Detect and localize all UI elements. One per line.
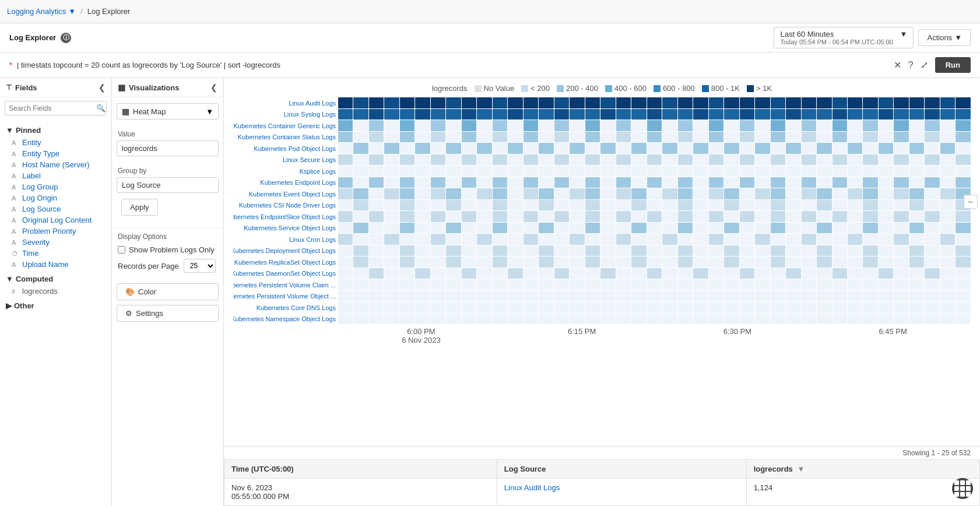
heatmap-cell[interactable] xyxy=(415,234,430,245)
heatmap-cell[interactable] xyxy=(740,302,754,313)
heatmap-cell[interactable] xyxy=(771,256,785,268)
heatmap-cell[interactable] xyxy=(724,154,739,166)
heatmap-cell[interactable] xyxy=(909,211,924,222)
heatmap-cell[interactable] xyxy=(431,132,445,143)
heatmap-cell[interactable] xyxy=(817,291,831,302)
heatmap-cell[interactable] xyxy=(802,256,816,268)
heatmap-cell[interactable] xyxy=(462,97,476,108)
heatmap-cell[interactable] xyxy=(462,211,476,222)
heatmap-row-label[interactable]: Kubernetes Namespace Object Logs xyxy=(233,314,336,324)
heatmap-cell[interactable] xyxy=(524,245,538,256)
heatmap-cell[interactable] xyxy=(833,97,847,108)
heatmap-cell[interactable] xyxy=(353,223,368,234)
heatmap-cell[interactable] xyxy=(909,302,924,313)
heatmap-cell[interactable] xyxy=(833,211,847,222)
heatmap-cell[interactable] xyxy=(693,279,708,290)
heatmap-cell[interactable] xyxy=(817,166,831,177)
heatmap-cell[interactable] xyxy=(802,223,816,234)
query-share-button[interactable]: ⤢ xyxy=(921,59,928,71)
heatmap-row-label[interactable]: Linux Audit Logs xyxy=(233,98,336,108)
heatmap-cell[interactable] xyxy=(431,97,445,108)
heatmap-cell[interactable] xyxy=(647,211,662,222)
heatmap-cell[interactable] xyxy=(647,268,662,279)
heatmap-cell[interactable] xyxy=(894,132,908,143)
heatmap-cell[interactable] xyxy=(678,223,693,234)
heatmap-cell[interactable] xyxy=(879,166,893,177)
heatmap-cell[interactable] xyxy=(755,154,770,166)
heatmap-cell[interactable] xyxy=(678,188,693,199)
heatmap-cell[interactable] xyxy=(508,177,522,188)
heatmap-cell[interactable] xyxy=(353,132,368,143)
heatmap-cell[interactable] xyxy=(817,120,831,131)
query-clear-button[interactable]: ✕ xyxy=(894,59,901,71)
heatmap-cell[interactable] xyxy=(940,97,955,108)
heatmap-cell[interactable] xyxy=(662,143,677,154)
heatmap-cell[interactable] xyxy=(802,279,816,290)
heatmap-cell[interactable] xyxy=(678,154,693,166)
heatmap-cell[interactable] xyxy=(524,154,538,166)
heatmap-cell[interactable] xyxy=(400,211,415,222)
field-item-log-source[interactable]: A Log Source xyxy=(0,203,111,215)
heatmap-cell[interactable] xyxy=(925,302,939,313)
heatmap-cell[interactable] xyxy=(647,143,662,154)
heatmap-cell[interactable] xyxy=(524,279,538,290)
heatmap-cell[interactable] xyxy=(894,211,908,222)
heatmap-cell[interactable] xyxy=(863,132,877,143)
heatmap-cell[interactable] xyxy=(940,188,955,199)
heatmap-cell[interactable] xyxy=(755,120,770,131)
heatmap-cell[interactable] xyxy=(802,109,816,120)
heatmap-cell[interactable] xyxy=(647,97,662,108)
heatmap-cell[interactable] xyxy=(894,200,908,211)
heatmap-cell[interactable] xyxy=(600,256,615,268)
heatmap-cell[interactable] xyxy=(431,314,445,325)
heatmap-cell[interactable] xyxy=(755,223,770,234)
heatmap-cell[interactable] xyxy=(909,256,924,268)
heatmap-cell[interactable] xyxy=(462,143,476,154)
heatmap-cell[interactable] xyxy=(879,234,893,245)
heatmap-cell[interactable] xyxy=(384,279,399,290)
heatmap-cell[interactable] xyxy=(833,154,847,166)
heatmap-cell[interactable] xyxy=(616,200,631,211)
query-help-button[interactable]: ? xyxy=(908,60,914,71)
heatmap-cell[interactable] xyxy=(400,291,415,302)
heatmap-cell[interactable] xyxy=(940,223,955,234)
heatmap-cell[interactable] xyxy=(508,132,522,143)
heatmap-cell[interactable] xyxy=(338,314,353,325)
heatmap-cell[interactable] xyxy=(570,109,584,120)
heatmap-cell[interactable] xyxy=(508,200,522,211)
heatmap-cell[interactable] xyxy=(724,109,739,120)
heatmap-cell[interactable] xyxy=(353,256,368,268)
heatmap-cell[interactable] xyxy=(925,234,939,245)
heatmap-cell[interactable] xyxy=(524,234,538,245)
heatmap-cell[interactable] xyxy=(709,256,723,268)
heatmap-cell[interactable] xyxy=(338,245,353,256)
heatmap-cell[interactable] xyxy=(786,314,800,325)
heatmap-cell[interactable] xyxy=(493,314,507,325)
heatmap-cell[interactable] xyxy=(508,245,522,256)
heatmap-cell[interactable] xyxy=(848,234,862,245)
heatmap-cell[interactable] xyxy=(462,132,476,143)
heatmap-cell[interactable] xyxy=(616,268,631,279)
heatmap-cell[interactable] xyxy=(585,211,600,222)
heatmap-cell[interactable] xyxy=(338,132,353,143)
heatmap-cell[interactable] xyxy=(894,314,908,325)
heatmap-cell[interactable] xyxy=(477,177,491,188)
heatmap-cell[interactable] xyxy=(384,234,399,245)
heatmap-cell[interactable] xyxy=(446,143,461,154)
heatmap-cell[interactable] xyxy=(833,234,847,245)
heatmap-cell[interactable] xyxy=(802,97,816,108)
heatmap-cell[interactable] xyxy=(879,223,893,234)
heatmap-cell[interactable] xyxy=(585,279,600,290)
heatmap-cell[interactable] xyxy=(369,223,384,234)
heatmap-cell[interactable] xyxy=(802,211,816,222)
heatmap-cell[interactable] xyxy=(539,314,553,325)
heatmap-cell[interactable] xyxy=(384,143,399,154)
heatmap-cell[interactable] xyxy=(909,188,924,199)
heatmap-cell[interactable] xyxy=(709,279,723,290)
heatmap-cell[interactable] xyxy=(709,314,723,325)
heatmap-cell[interactable] xyxy=(879,256,893,268)
heatmap-cell[interactable] xyxy=(585,132,600,143)
heatmap-cell[interactable] xyxy=(817,132,831,143)
heatmap-row-label[interactable]: Kubernetes Pod Object Logs xyxy=(233,143,336,154)
heatmap-cell[interactable] xyxy=(771,177,785,188)
